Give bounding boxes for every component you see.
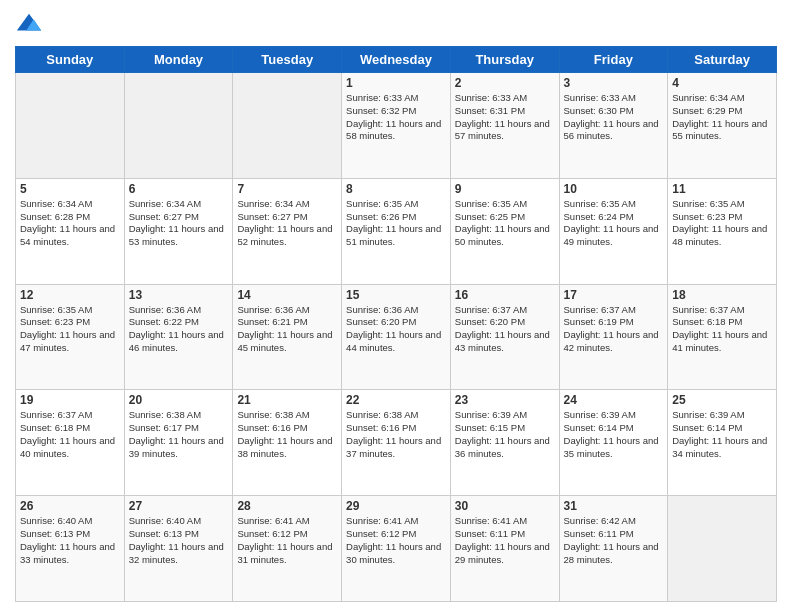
calendar-week-row: 1Sunrise: 6:33 AMSunset: 6:32 PMDaylight… bbox=[16, 73, 777, 179]
day-number: 15 bbox=[346, 288, 446, 302]
logo-icon bbox=[15, 10, 43, 38]
calendar-cell: 27Sunrise: 6:40 AMSunset: 6:13 PMDayligh… bbox=[124, 496, 233, 602]
day-number: 16 bbox=[455, 288, 555, 302]
cell-info: Sunrise: 6:38 AMSunset: 6:16 PMDaylight:… bbox=[237, 409, 332, 458]
day-number: 6 bbox=[129, 182, 229, 196]
day-number: 24 bbox=[564, 393, 664, 407]
calendar-cell: 28Sunrise: 6:41 AMSunset: 6:12 PMDayligh… bbox=[233, 496, 342, 602]
cell-info: Sunrise: 6:41 AMSunset: 6:11 PMDaylight:… bbox=[455, 515, 550, 564]
day-number: 31 bbox=[564, 499, 664, 513]
calendar-cell: 1Sunrise: 6:33 AMSunset: 6:32 PMDaylight… bbox=[342, 73, 451, 179]
cell-info: Sunrise: 6:39 AMSunset: 6:14 PMDaylight:… bbox=[564, 409, 659, 458]
day-number: 27 bbox=[129, 499, 229, 513]
day-number: 17 bbox=[564, 288, 664, 302]
calendar-cell: 30Sunrise: 6:41 AMSunset: 6:11 PMDayligh… bbox=[450, 496, 559, 602]
weekday-header-monday: Monday bbox=[124, 47, 233, 73]
cell-info: Sunrise: 6:38 AMSunset: 6:17 PMDaylight:… bbox=[129, 409, 224, 458]
calendar-cell: 3Sunrise: 6:33 AMSunset: 6:30 PMDaylight… bbox=[559, 73, 668, 179]
day-number: 10 bbox=[564, 182, 664, 196]
page: SundayMondayTuesdayWednesdayThursdayFrid… bbox=[0, 0, 792, 612]
calendar-cell: 14Sunrise: 6:36 AMSunset: 6:21 PMDayligh… bbox=[233, 284, 342, 390]
calendar-cell: 2Sunrise: 6:33 AMSunset: 6:31 PMDaylight… bbox=[450, 73, 559, 179]
calendar-cell: 16Sunrise: 6:37 AMSunset: 6:20 PMDayligh… bbox=[450, 284, 559, 390]
calendar-cell: 13Sunrise: 6:36 AMSunset: 6:22 PMDayligh… bbox=[124, 284, 233, 390]
cell-info: Sunrise: 6:33 AMSunset: 6:31 PMDaylight:… bbox=[455, 92, 550, 141]
calendar-cell bbox=[16, 73, 125, 179]
cell-info: Sunrise: 6:34 AMSunset: 6:27 PMDaylight:… bbox=[129, 198, 224, 247]
calendar-cell: 29Sunrise: 6:41 AMSunset: 6:12 PMDayligh… bbox=[342, 496, 451, 602]
calendar-table: SundayMondayTuesdayWednesdayThursdayFrid… bbox=[15, 46, 777, 602]
calendar-cell: 4Sunrise: 6:34 AMSunset: 6:29 PMDaylight… bbox=[668, 73, 777, 179]
cell-info: Sunrise: 6:40 AMSunset: 6:13 PMDaylight:… bbox=[129, 515, 224, 564]
cell-info: Sunrise: 6:35 AMSunset: 6:23 PMDaylight:… bbox=[20, 304, 115, 353]
calendar-week-row: 12Sunrise: 6:35 AMSunset: 6:23 PMDayligh… bbox=[16, 284, 777, 390]
day-number: 13 bbox=[129, 288, 229, 302]
calendar-cell bbox=[668, 496, 777, 602]
weekday-header-wednesday: Wednesday bbox=[342, 47, 451, 73]
calendar-week-row: 19Sunrise: 6:37 AMSunset: 6:18 PMDayligh… bbox=[16, 390, 777, 496]
cell-info: Sunrise: 6:38 AMSunset: 6:16 PMDaylight:… bbox=[346, 409, 441, 458]
cell-info: Sunrise: 6:40 AMSunset: 6:13 PMDaylight:… bbox=[20, 515, 115, 564]
calendar-cell: 26Sunrise: 6:40 AMSunset: 6:13 PMDayligh… bbox=[16, 496, 125, 602]
calendar-cell: 23Sunrise: 6:39 AMSunset: 6:15 PMDayligh… bbox=[450, 390, 559, 496]
weekday-header-saturday: Saturday bbox=[668, 47, 777, 73]
day-number: 12 bbox=[20, 288, 120, 302]
weekday-header-thursday: Thursday bbox=[450, 47, 559, 73]
day-number: 30 bbox=[455, 499, 555, 513]
cell-info: Sunrise: 6:35 AMSunset: 6:23 PMDaylight:… bbox=[672, 198, 767, 247]
day-number: 25 bbox=[672, 393, 772, 407]
calendar-cell: 17Sunrise: 6:37 AMSunset: 6:19 PMDayligh… bbox=[559, 284, 668, 390]
cell-info: Sunrise: 6:34 AMSunset: 6:28 PMDaylight:… bbox=[20, 198, 115, 247]
day-number: 8 bbox=[346, 182, 446, 196]
day-number: 19 bbox=[20, 393, 120, 407]
logo bbox=[15, 10, 47, 38]
cell-info: Sunrise: 6:35 AMSunset: 6:26 PMDaylight:… bbox=[346, 198, 441, 247]
header bbox=[15, 10, 777, 38]
calendar-cell: 20Sunrise: 6:38 AMSunset: 6:17 PMDayligh… bbox=[124, 390, 233, 496]
cell-info: Sunrise: 6:42 AMSunset: 6:11 PMDaylight:… bbox=[564, 515, 659, 564]
calendar-cell: 31Sunrise: 6:42 AMSunset: 6:11 PMDayligh… bbox=[559, 496, 668, 602]
calendar-cell bbox=[233, 73, 342, 179]
cell-info: Sunrise: 6:36 AMSunset: 6:22 PMDaylight:… bbox=[129, 304, 224, 353]
day-number: 5 bbox=[20, 182, 120, 196]
calendar-header-row: SundayMondayTuesdayWednesdayThursdayFrid… bbox=[16, 47, 777, 73]
day-number: 14 bbox=[237, 288, 337, 302]
weekday-header-tuesday: Tuesday bbox=[233, 47, 342, 73]
cell-info: Sunrise: 6:41 AMSunset: 6:12 PMDaylight:… bbox=[237, 515, 332, 564]
cell-info: Sunrise: 6:34 AMSunset: 6:29 PMDaylight:… bbox=[672, 92, 767, 141]
calendar-cell: 12Sunrise: 6:35 AMSunset: 6:23 PMDayligh… bbox=[16, 284, 125, 390]
cell-info: Sunrise: 6:37 AMSunset: 6:20 PMDaylight:… bbox=[455, 304, 550, 353]
cell-info: Sunrise: 6:37 AMSunset: 6:19 PMDaylight:… bbox=[564, 304, 659, 353]
calendar-cell: 7Sunrise: 6:34 AMSunset: 6:27 PMDaylight… bbox=[233, 178, 342, 284]
calendar-cell: 9Sunrise: 6:35 AMSunset: 6:25 PMDaylight… bbox=[450, 178, 559, 284]
calendar-cell: 10Sunrise: 6:35 AMSunset: 6:24 PMDayligh… bbox=[559, 178, 668, 284]
cell-info: Sunrise: 6:37 AMSunset: 6:18 PMDaylight:… bbox=[672, 304, 767, 353]
cell-info: Sunrise: 6:36 AMSunset: 6:21 PMDaylight:… bbox=[237, 304, 332, 353]
weekday-header-friday: Friday bbox=[559, 47, 668, 73]
cell-info: Sunrise: 6:35 AMSunset: 6:25 PMDaylight:… bbox=[455, 198, 550, 247]
calendar-cell: 24Sunrise: 6:39 AMSunset: 6:14 PMDayligh… bbox=[559, 390, 668, 496]
day-number: 11 bbox=[672, 182, 772, 196]
calendar-cell bbox=[124, 73, 233, 179]
day-number: 2 bbox=[455, 76, 555, 90]
day-number: 9 bbox=[455, 182, 555, 196]
day-number: 28 bbox=[237, 499, 337, 513]
day-number: 4 bbox=[672, 76, 772, 90]
calendar-cell: 21Sunrise: 6:38 AMSunset: 6:16 PMDayligh… bbox=[233, 390, 342, 496]
cell-info: Sunrise: 6:33 AMSunset: 6:32 PMDaylight:… bbox=[346, 92, 441, 141]
cell-info: Sunrise: 6:34 AMSunset: 6:27 PMDaylight:… bbox=[237, 198, 332, 247]
calendar-cell: 22Sunrise: 6:38 AMSunset: 6:16 PMDayligh… bbox=[342, 390, 451, 496]
calendar-cell: 11Sunrise: 6:35 AMSunset: 6:23 PMDayligh… bbox=[668, 178, 777, 284]
day-number: 26 bbox=[20, 499, 120, 513]
day-number: 7 bbox=[237, 182, 337, 196]
day-number: 22 bbox=[346, 393, 446, 407]
calendar-cell: 18Sunrise: 6:37 AMSunset: 6:18 PMDayligh… bbox=[668, 284, 777, 390]
day-number: 20 bbox=[129, 393, 229, 407]
calendar-week-row: 5Sunrise: 6:34 AMSunset: 6:28 PMDaylight… bbox=[16, 178, 777, 284]
day-number: 21 bbox=[237, 393, 337, 407]
calendar-cell: 6Sunrise: 6:34 AMSunset: 6:27 PMDaylight… bbox=[124, 178, 233, 284]
calendar-cell: 19Sunrise: 6:37 AMSunset: 6:18 PMDayligh… bbox=[16, 390, 125, 496]
cell-info: Sunrise: 6:35 AMSunset: 6:24 PMDaylight:… bbox=[564, 198, 659, 247]
cell-info: Sunrise: 6:41 AMSunset: 6:12 PMDaylight:… bbox=[346, 515, 441, 564]
cell-info: Sunrise: 6:39 AMSunset: 6:15 PMDaylight:… bbox=[455, 409, 550, 458]
